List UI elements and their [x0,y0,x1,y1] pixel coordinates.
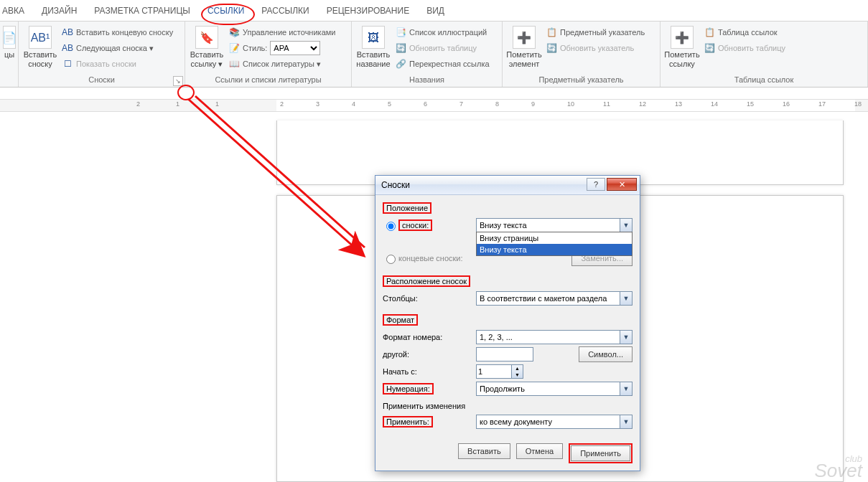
custom-mark-input[interactable] [476,347,533,362]
mark-entry-button[interactable]: ➕ Пометитьэлемент [505,23,543,75]
apply-to-label: Применить: [383,416,433,427]
dialog-titlebar[interactable]: Сноски ? ✕ [375,176,640,195]
cancel-button[interactable]: Отмена [516,443,563,459]
dropdown-item-below-text[interactable]: Внизу текста [477,244,632,255]
horizontal-ruler[interactable]: 21123456789101112131415161718 [0,99,868,112]
ruler-tick: 3 [316,100,319,108]
update-table-button[interactable]: 🔄Обновить таблицу [392,40,493,56]
radio-endnotes[interactable] [386,255,396,264]
tab-design[interactable]: ДИЗАЙН [33,0,85,22]
cross-reference-button[interactable]: 🔗Перекрестная ссылка [392,56,493,72]
radio-endnotes-text: концевые сноски: [398,254,463,263]
dialog-help-button[interactable]: ? [587,178,605,191]
columns-combo[interactable]: В соответствии с макетом раздела▼ [476,291,633,306]
manage-sources-button[interactable]: 📚Управление источниками [225,24,338,40]
footnote-icon: AB¹ [29,26,52,49]
number-format-label: Формат номера: [383,333,476,341]
section-position: Положение [383,202,431,214]
toc-button-cropped[interactable]: 📄цы [3,23,16,75]
columns-label: Столбцы: [383,294,476,303]
group-footnotes: AB¹ Вставитьсноску ABВставить концевую с… [19,22,185,87]
radio-endnotes-label[interactable]: концевые сноски: [383,252,476,264]
insert-citation-button[interactable]: 🔖 Вставитьссылку ▾ [188,23,225,75]
apply-button[interactable]: Применить [571,445,630,461]
section-apply-changes: Применить изменения [383,402,465,410]
dialog-close-button[interactable]: ✕ [607,178,637,191]
citation-style-select[interactable]: APA [270,41,320,55]
update-toa-button[interactable]: 🔄Обновить таблицу [701,40,788,56]
show-notes-button[interactable]: ☐Показать сноски [59,56,176,72]
number-format-combo[interactable]: 1, 2, 3, ...▼ [476,330,633,344]
radio-footnotes-text: сноски: [398,219,432,231]
next-footnote-icon: AB [62,42,73,54]
apply-to-combo[interactable]: ко всему документу▼ [476,415,633,429]
tab-view[interactable]: ВИД [418,0,453,22]
radio-footnotes-label[interactable]: сноски: [383,219,476,231]
update-toa-icon: 🔄 [704,42,715,54]
footnotes-position-combo[interactable]: Внизу текста ▼ [476,218,633,232]
tof-icon: 📑 [395,27,406,38]
table-of-figures-button[interactable]: 📑Список иллюстраций [392,24,493,40]
ribbon-tabs: АВКА ДИЗАЙН РАЗМЕТКА СТРАНИЦЫ ССЫЛКИ РАС… [0,0,868,22]
citation-icon: 🔖 [195,26,218,49]
mark-citation-button[interactable]: ➕ Пометитьссылку [663,23,701,75]
ruler-tick: 2 [136,100,140,108]
ruler-tick: 18 [854,100,862,108]
manage-sources-icon: 📚 [228,27,240,38]
style-label: Стиль: [243,44,267,52]
bibliography-button[interactable]: 📖Список литературы ▾ [225,56,338,72]
ruler-tick: 4 [352,100,355,108]
ruler-tick: 5 [388,100,391,108]
style-icon: 📝 [228,42,240,54]
insert-button[interactable]: Вставить [458,443,510,459]
caption-icon: 🖼 [362,26,385,49]
group-captions: 🖼 Вставитьназвание 📑Список иллюстраций 🔄… [352,22,503,87]
ruler-tick: 1 [176,100,179,108]
footnotes-position-dropdown: Внизу страницы Внизу текста [476,232,633,256]
start-at-input[interactable] [476,364,512,379]
chevron-down-icon: ▼ [620,415,632,428]
ruler-tick: 9 [531,100,535,108]
chevron-down-icon: ▼ [620,331,632,344]
ruler-tick: 14 [711,100,718,108]
endnote-icon: AB [62,27,73,38]
insert-toa-button[interactable]: 📋Таблица ссылок [701,24,788,40]
footnotes-dialog-launcher[interactable]: ↘ [173,76,183,86]
ruler-tick: 16 [783,100,790,108]
dropdown-item-bottom-page[interactable]: Внизу страницы [477,232,632,244]
ruler-tick: 2 [280,100,284,108]
ruler-tick: 6 [424,100,427,108]
ruler-tick: 7 [459,100,463,108]
radio-footnotes[interactable] [386,222,396,231]
tab-page-layout[interactable]: РАЗМЕТКА СТРАНИЦЫ [85,0,199,22]
insert-index-button[interactable]: 📋Предметный указатель [543,24,648,40]
ruler-tick: 11 [603,100,610,108]
mark-entry-icon: ➕ [513,26,536,49]
insert-footnote-button[interactable]: AB¹ Вставитьсноску [22,23,59,75]
update-index-button[interactable]: 🔄Обновить указатель [543,40,648,56]
ruler-tick: 1 [215,100,219,108]
tab-review[interactable]: РЕЦЕНЗИРОВАНИЕ [318,0,418,22]
start-at-label: Начать с: [383,367,476,376]
group-footnotes-label: Сноски [22,75,182,87]
chevron-down-icon: ▼ [620,382,632,395]
spinner-icon[interactable]: ▲▼ [512,364,523,379]
next-footnote-button[interactable]: ABСледующая сноска ▾ [59,40,176,56]
toa-icon: 📋 [704,27,715,38]
insert-caption-button[interactable]: 🖼 Вставитьназвание [355,23,392,75]
ruler-tick: 12 [639,100,646,108]
ruler-tick: 13 [675,100,682,108]
index-icon: 📋 [546,27,557,38]
bibliography-icon: 📖 [228,58,240,70]
numbering-combo[interactable]: Продолжить▼ [476,382,633,396]
insert-endnote-button[interactable]: ABВставить концевую сноску [59,24,176,40]
symbol-button[interactable]: Символ... [579,346,633,362]
tab-insert-cropped[interactable]: АВКА [2,0,33,22]
ribbon: 📄цы AB¹ Вставитьсноску ABВставить концев… [0,22,868,88]
group-index: ➕ Пометитьэлемент 📋Предметный указатель … [503,22,661,87]
tab-references[interactable]: ССЫЛКИ [199,0,253,22]
tab-mailings[interactable]: РАССЫЛКИ [253,0,317,22]
group-citations-label: Ссылки и списки литературы [188,75,348,87]
group-index-label: Предметный указатель [505,75,657,87]
section-format: Формат [383,314,418,326]
